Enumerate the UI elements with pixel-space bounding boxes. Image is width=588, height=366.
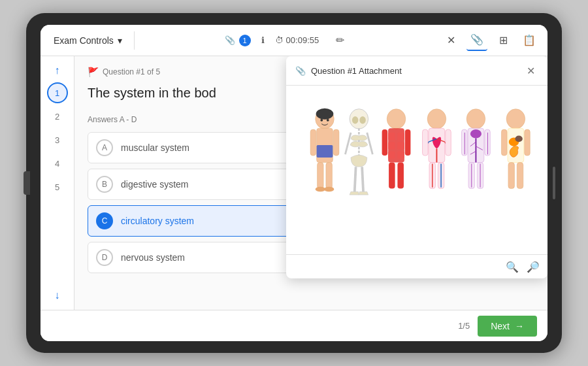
toolbar-right: ✕ 📎 ⊞ 📋 xyxy=(440,30,540,51)
svg-point-11 xyxy=(327,119,329,122)
svg-rect-66 xyxy=(508,163,515,189)
svg-rect-30 xyxy=(389,163,395,189)
attachment-body xyxy=(286,86,547,254)
svg-rect-67 xyxy=(517,163,523,189)
svg-point-8 xyxy=(316,187,325,192)
question-content: 🚩 Question #1 of 5 The system in the bod… xyxy=(74,56,547,310)
toolbar-divider-1 xyxy=(134,31,135,50)
attachment-badge: 1 xyxy=(239,35,251,46)
exam-controls-button[interactable]: Exam Controls ▾ xyxy=(48,33,127,48)
svg-rect-65 xyxy=(525,129,531,156)
svg-rect-29 xyxy=(405,129,411,156)
svg-rect-3 xyxy=(317,145,333,158)
tablet-frame: Exam Controls ▾ 📎 1 ℹ ⏱ 00:09:55 ✏ xyxy=(26,13,562,353)
toolbar-center: 📎 1 ℹ ⏱ 00:09:55 ✏ xyxy=(141,30,434,51)
nav-number-4[interactable]: 4 xyxy=(47,153,68,174)
attachment-close-icon: ✕ xyxy=(527,65,535,77)
bottom-bar: 1/5 Next → xyxy=(41,310,547,341)
answer-text-d: nervous system xyxy=(121,252,185,263)
svg-rect-23 xyxy=(397,133,404,140)
svg-point-32 xyxy=(427,109,446,129)
close-button[interactable]: ✕ xyxy=(440,30,461,51)
clipboard-icon: 📋 xyxy=(523,34,536,46)
clipboard-button[interactable]: 📋 xyxy=(519,30,540,51)
screen: Exam Controls ▾ 📎 1 ℹ ⏱ 00:09:55 ✏ xyxy=(41,25,547,341)
grid-icon: ⊞ xyxy=(499,34,508,46)
clock-icon: ⏱ xyxy=(275,35,284,45)
svg-rect-24 xyxy=(388,142,395,149)
question-nav: ↑ 1 2 3 4 5 ↓ xyxy=(41,56,74,310)
toolbar: Exam Controls ▾ 📎 1 ℹ ⏱ 00:09:55 ✏ xyxy=(41,25,547,56)
grid-button[interactable]: ⊞ xyxy=(493,30,514,51)
exam-controls-label: Exam Controls xyxy=(54,35,114,46)
pencil-icon: ✏ xyxy=(336,34,344,46)
tablet-side-bar xyxy=(553,167,555,199)
body-systems-illustration xyxy=(299,105,535,235)
page-indicator: 1/5 xyxy=(458,321,470,331)
pencil-button[interactable]: ✏ xyxy=(329,30,350,51)
paperclip-icon: 📎 xyxy=(225,35,235,45)
attachment-header: 📎 Question #1 Attachment ✕ xyxy=(286,56,547,86)
answer-circle-c: C xyxy=(96,212,113,229)
up-arrow-icon: ↑ xyxy=(55,65,60,76)
zoom-in-icon: 🔍 xyxy=(506,261,519,273)
close-icon: ✕ xyxy=(447,34,455,46)
svg-line-16 xyxy=(345,133,351,154)
next-button[interactable]: Next → xyxy=(478,316,537,337)
svg-point-9 xyxy=(324,187,334,192)
answer-text-a: muscular system xyxy=(121,142,189,153)
nav-number-2[interactable]: 2 xyxy=(47,106,68,127)
svg-rect-22 xyxy=(388,133,395,140)
zoom-out-button[interactable]: 🔎 xyxy=(525,259,541,274)
svg-point-60 xyxy=(506,109,525,129)
svg-rect-28 xyxy=(382,129,388,156)
svg-point-10 xyxy=(320,119,323,122)
attachment-count-group: 📎 1 xyxy=(225,35,251,46)
svg-rect-27 xyxy=(397,151,404,158)
attachment-title: 📎 Question #1 Attachment xyxy=(295,66,523,76)
attachment-footer: 🔍 🔎 xyxy=(286,254,547,278)
next-arrow-icon: → xyxy=(515,321,524,331)
answer-circle-a: A xyxy=(96,139,113,156)
svg-point-63 xyxy=(515,136,522,142)
nav-up-arrow[interactable]: ↑ xyxy=(47,61,68,80)
svg-rect-5 xyxy=(333,129,339,156)
main-content: ↑ 1 2 3 4 5 ↓ 🚩 Question #1 of 5 The sys… xyxy=(41,56,547,310)
attachment-paperclip-icon: 📎 xyxy=(295,66,306,76)
svg-rect-40 xyxy=(446,129,451,156)
flag-icon: 🚩 xyxy=(88,67,99,77)
svg-rect-39 xyxy=(423,129,429,156)
attachment-close-button[interactable]: ✕ xyxy=(523,63,538,78)
answer-circle-d: D xyxy=(96,249,113,266)
info-icon: ℹ xyxy=(261,35,265,45)
chevron-down-icon: ▾ xyxy=(118,35,122,46)
svg-point-45 xyxy=(466,109,485,129)
info-group[interactable]: ℹ xyxy=(261,35,265,45)
svg-line-19 xyxy=(362,167,363,191)
nav-number-5[interactable]: 5 xyxy=(47,176,68,197)
attachment-icon: 📎 xyxy=(470,33,483,46)
svg-rect-7 xyxy=(326,163,333,189)
question-label-text: Question #1 of 5 xyxy=(103,67,160,76)
svg-rect-6 xyxy=(318,163,324,189)
svg-rect-26 xyxy=(388,151,395,158)
zoom-in-button[interactable]: 🔍 xyxy=(504,259,520,274)
svg-line-17 xyxy=(367,133,373,154)
svg-point-20 xyxy=(387,109,406,129)
svg-point-14 xyxy=(359,116,366,124)
svg-point-13 xyxy=(352,116,359,124)
nav-number-3[interactable]: 3 xyxy=(47,129,68,150)
svg-rect-4 xyxy=(310,129,316,156)
tablet-home-button[interactable] xyxy=(24,171,30,195)
timer-value: 00:09:55 xyxy=(286,35,319,45)
svg-line-18 xyxy=(355,167,356,191)
answer-circle-b: B xyxy=(96,176,113,193)
svg-rect-64 xyxy=(502,129,508,156)
nav-number-1[interactable]: 1 xyxy=(47,82,68,103)
down-arrow-icon: ↓ xyxy=(55,290,60,301)
nav-down-arrow[interactable]: ↓ xyxy=(47,286,68,305)
answer-text-b: digestive system xyxy=(121,179,188,190)
svg-rect-31 xyxy=(397,163,404,189)
attachment-button[interactable]: 📎 xyxy=(466,30,487,51)
zoom-out-icon: 🔎 xyxy=(527,261,540,273)
